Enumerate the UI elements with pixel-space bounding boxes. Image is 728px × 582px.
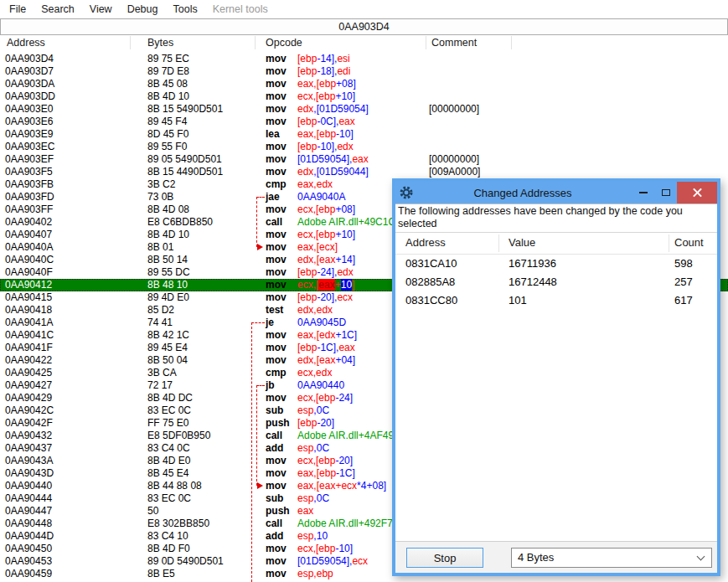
disasm-row[interactable]: 0AA903D489 75 ECmov[ebp-14],esi bbox=[0, 53, 728, 65]
jump-line-stub bbox=[256, 385, 265, 386]
maximize-icon bbox=[662, 189, 670, 196]
changed-addresses-list[interactable]: Address Value Count 0831CA10167119365980… bbox=[395, 233, 717, 542]
changed-address-row[interactable]: 082885A816712448257 bbox=[395, 273, 717, 291]
list-header-count[interactable]: Count bbox=[674, 236, 704, 249]
row-bytes: 83 C4 0C bbox=[147, 442, 190, 455]
cell-count: 617 bbox=[674, 294, 693, 306]
menu-item-file[interactable]: File bbox=[2, 1, 34, 18]
row-address: 0AA90453 bbox=[5, 555, 52, 568]
menu-item-view[interactable]: View bbox=[82, 1, 120, 18]
row-mnemonic: lea bbox=[266, 128, 280, 141]
disasm-column-header[interactable]: Address Bytes Opcode Comment bbox=[0, 35, 728, 51]
cell-value: 16712448 bbox=[509, 276, 557, 288]
menu-item-kernel-tools[interactable]: Kernel tools bbox=[205, 1, 276, 18]
row-mnemonic: sub bbox=[266, 404, 283, 417]
menu-item-search[interactable]: Search bbox=[34, 1, 82, 18]
row-bytes: 72 17 bbox=[147, 379, 173, 392]
menu-bar: FileSearchViewDebugToolsKernel tools bbox=[0, 0, 728, 18]
row-operand: esp,0C bbox=[297, 442, 329, 455]
row-address: 0AA903F5 bbox=[5, 166, 53, 178]
close-button[interactable] bbox=[677, 182, 717, 203]
row-operand: 0AA9045D bbox=[297, 317, 346, 329]
menu-item-tools[interactable]: Tools bbox=[165, 1, 204, 18]
row-operand: [ebp-14],esi bbox=[297, 53, 350, 65]
row-comment: [00000000] bbox=[429, 153, 479, 166]
row-address: 0AA90427 bbox=[5, 379, 52, 392]
address-input[interactable]: 0AA903D4 bbox=[0, 18, 728, 35]
row-operand: edx,[01D59044] bbox=[297, 166, 369, 178]
row-address: 0AA90450 bbox=[5, 543, 52, 555]
dialog-titlebar[interactable]: Changed Addresses bbox=[395, 182, 717, 203]
row-bytes: 8B 15 4490D501 bbox=[147, 166, 223, 178]
column-header-opcode[interactable]: Opcode bbox=[266, 37, 302, 49]
stop-button[interactable]: Stop bbox=[406, 548, 483, 568]
row-address: 0AA9043A bbox=[5, 455, 53, 467]
cell-count: 598 bbox=[674, 257, 693, 270]
row-mnemonic: mov bbox=[266, 241, 287, 254]
row-bytes: 8B 48 10 bbox=[147, 279, 188, 291]
row-mnemonic: mov bbox=[266, 455, 287, 467]
row-mnemonic: mov bbox=[266, 116, 287, 128]
row-bytes: 89 55 F0 bbox=[147, 141, 187, 153]
menu-item-debug[interactable]: Debug bbox=[120, 1, 166, 18]
changed-address-row[interactable]: 0831CC80101617 bbox=[395, 291, 717, 310]
row-operand: 0AA90440 bbox=[297, 379, 344, 392]
row-operand: ecx,[eax+10] bbox=[297, 279, 354, 291]
disasm-row[interactable]: 0AA903EF89 05 5490D501mov[01D59054],eax[… bbox=[0, 153, 728, 166]
row-address: 0AA9041A bbox=[5, 317, 53, 329]
row-mnemonic: mov bbox=[266, 203, 287, 216]
list-header-address[interactable]: Address bbox=[405, 236, 446, 249]
row-operand: ecx,[ebp+10] bbox=[297, 90, 355, 103]
row-mnemonic: mov bbox=[266, 153, 287, 166]
row-comment: [00000000] bbox=[429, 103, 479, 116]
list-header[interactable]: Address Value Count bbox=[395, 233, 717, 255]
row-address: 0AA90432 bbox=[5, 430, 52, 442]
row-operand: edx,[01D59054] bbox=[297, 103, 369, 116]
changed-address-row[interactable]: 0831CA1016711936598 bbox=[395, 255, 717, 273]
minimize-button[interactable] bbox=[632, 182, 654, 203]
row-bytes: 74 41 bbox=[147, 317, 173, 329]
disasm-row[interactable]: 0AA903E08B 15 5490D501movedx,[01D59054][… bbox=[0, 103, 728, 116]
close-icon bbox=[693, 188, 702, 198]
row-mnemonic: mov bbox=[266, 555, 287, 568]
row-bytes: E8 C6BDB850 bbox=[147, 216, 213, 229]
list-header-value[interactable]: Value bbox=[509, 236, 535, 249]
disasm-row[interactable]: 0AA903DD8B 4D 10movecx,[ebp+10] bbox=[0, 90, 728, 103]
value-type-select[interactable]: 4 Bytes bbox=[511, 548, 712, 568]
disasm-row[interactable]: 0AA903E689 45 F4mov[ebp-0C],eax bbox=[0, 116, 728, 128]
row-mnemonic: cmp bbox=[266, 178, 287, 191]
row-operand: edx,[eax+04] bbox=[297, 354, 355, 367]
row-mnemonic: mov bbox=[266, 480, 287, 492]
row-address: 0AA903EF bbox=[5, 153, 54, 166]
row-address: 0AA90402 bbox=[5, 216, 52, 229]
row-bytes: 89 05 5490D501 bbox=[147, 153, 222, 166]
row-address: 0AA903FD bbox=[5, 191, 54, 203]
column-header-bytes[interactable]: Bytes bbox=[147, 37, 173, 49]
row-operand: [ebp-0C],eax bbox=[297, 116, 355, 128]
row-operand: [ebp-1C],eax bbox=[297, 342, 355, 354]
row-mnemonic: mov bbox=[266, 103, 287, 116]
row-bytes: 8B 42 1C bbox=[147, 329, 189, 342]
column-header-address[interactable]: Address bbox=[7, 37, 45, 49]
column-header-comment[interactable]: Comment bbox=[431, 37, 477, 49]
row-address: 0AA9040C bbox=[5, 254, 54, 266]
value-type-selected: 4 Bytes bbox=[518, 551, 554, 564]
row-bytes: 83 EC 0C bbox=[147, 492, 191, 505]
maximize-button[interactable] bbox=[654, 182, 677, 203]
row-bytes: 8B E5 bbox=[147, 568, 175, 580]
cell-address: 0831CC80 bbox=[405, 294, 457, 306]
row-mnemonic: cmp bbox=[266, 367, 287, 379]
row-operand: eax,[ebp-10] bbox=[297, 128, 354, 141]
disasm-row[interactable]: 0AA903D789 7D E8mov[ebp-18],edi bbox=[0, 65, 728, 78]
row-address: 0AA90425 bbox=[5, 367, 52, 379]
column-divider bbox=[498, 234, 499, 252]
disasm-row[interactable]: 0AA903E98D 45 F0leaeax,[ebp-10] bbox=[0, 128, 728, 141]
row-mnemonic: call bbox=[266, 430, 282, 442]
disasm-row[interactable]: 0AA903DA8B 45 08moveax,[ebp+08] bbox=[0, 78, 728, 90]
disasm-row[interactable]: 0AA903EC89 55 F0mov[ebp-10],edx bbox=[0, 141, 728, 153]
disasm-row[interactable]: 0AA903F58B 15 4490D501movedx,[01D59044][… bbox=[0, 166, 728, 178]
row-bytes: 8B 4D 10 bbox=[147, 229, 189, 241]
row-mnemonic: push bbox=[266, 417, 290, 430]
column-divider bbox=[511, 36, 512, 49]
row-bytes: 3B C2 bbox=[147, 178, 175, 191]
